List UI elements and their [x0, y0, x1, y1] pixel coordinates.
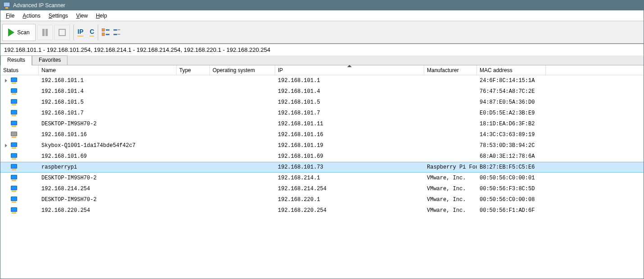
- status-cell: [0, 132, 39, 138]
- manufacturer-cell: VMware, Inc.: [424, 175, 477, 181]
- ip-icon: IP: [77, 28, 83, 37]
- column-ip[interactable]: IP: [275, 65, 424, 75]
- column-name[interactable]: Name: [39, 65, 177, 75]
- menu-settings[interactable]: Settings: [45, 12, 72, 20]
- table-row[interactable]: 192.168.101.5192.168.101.594:87:E0:5A:36…: [0, 97, 644, 108]
- table-row[interactable]: DESKTOP-IM9SH70-2192.168.101.1118:1D:EA:…: [0, 119, 644, 129]
- table-row[interactable]: 192.168.101.69192.168.101.6968:A0:3E:12:…: [0, 151, 644, 162]
- grid-header: Status Name Type Operating system IP Man…: [0, 65, 644, 75]
- column-manufacturer[interactable]: Manufacturer: [424, 65, 477, 75]
- expand-icon[interactable]: [3, 143, 9, 148]
- scan-label: Scan: [17, 29, 29, 36]
- ip-c-buttons[interactable]: IP C: [77, 28, 94, 37]
- mac-cell: 14:3C:C3:63:89:19: [477, 132, 546, 138]
- app-window: Advanced IP Scanner File Actions Setting…: [0, 0, 644, 279]
- ip-cell: 192.168.214.254: [275, 186, 424, 192]
- manufacturer-cell: Raspberry Pi Fou…: [424, 164, 477, 170]
- expand-icon: [3, 186, 9, 192]
- manufacturer-cell: VMware, Inc.: [424, 186, 477, 192]
- mac-cell: B8:27:EB:F5:C5:E6: [477, 164, 546, 170]
- scan-button[interactable]: Scan: [2, 24, 36, 41]
- name-cell: 192.168.101.1: [39, 78, 177, 84]
- svg-rect-6: [113, 29, 117, 31]
- status-cell: [0, 110, 39, 116]
- tree-expand-icon: [102, 28, 110, 37]
- stop-button[interactable]: [54, 25, 70, 40]
- name-cell: DESKTOP-IM9SH70-2: [39, 175, 177, 181]
- name-cell: 192.168.101.7: [39, 110, 177, 116]
- table-row[interactable]: 192.168.220.254192.168.220.254VMware, In…: [0, 205, 644, 216]
- table-row[interactable]: 192.168.101.7192.168.101.7E0:D5:5E:A2:3B…: [0, 108, 644, 119]
- expand-icon[interactable]: [3, 78, 9, 83]
- menubar: File Actions Settings View Help: [0, 10, 644, 21]
- status-icon: [10, 99, 18, 105]
- tabs: Results Favorites: [0, 55, 644, 65]
- mac-cell: 00:50:56:C0:00:01: [477, 175, 546, 181]
- table-row[interactable]: raspberrypi192.168.101.73Raspberry Pi Fo…: [0, 162, 644, 173]
- ip-range-bar: [0, 44, 644, 55]
- menu-actions[interactable]: Actions: [19, 12, 44, 20]
- name-cell: 192.168.214.254: [39, 186, 177, 192]
- name-cell: 192.168.101.4: [39, 88, 177, 95]
- mac-cell: 00:50:56:F3:8C:5D: [477, 186, 546, 192]
- tree-options[interactable]: [102, 28, 122, 37]
- table-row[interactable]: 192.168.214.254192.168.214.254VMware, In…: [0, 183, 644, 194]
- status-icon: [10, 175, 18, 181]
- table-row[interactable]: 192.168.101.16192.168.101.1614:3C:C3:63:…: [0, 129, 644, 140]
- column-mac[interactable]: MAC address: [477, 65, 546, 75]
- column-status[interactable]: Status: [0, 65, 39, 75]
- toolbar-separator: [73, 25, 74, 40]
- table-row[interactable]: Skybox-Q1001-1da174bde54f42c7192.168.101…: [0, 140, 644, 151]
- mac-cell: 68:A0:3E:12:78:6A: [477, 153, 546, 160]
- column-os[interactable]: Operating system: [210, 65, 275, 75]
- status-icon: [10, 153, 18, 160]
- name-cell: 192.168.101.16: [39, 132, 177, 138]
- status-cell: [0, 175, 39, 181]
- svg-rect-3: [106, 29, 109, 31]
- expand-icon: [3, 197, 9, 202]
- manufacturer-cell: VMware, Inc.: [424, 197, 477, 203]
- ip-cell: 192.168.220.1: [275, 197, 424, 203]
- status-cell: [0, 207, 39, 214]
- expand-icon: [3, 154, 9, 159]
- ip-cell: 192.168.101.7: [275, 110, 424, 116]
- table-row[interactable]: DESKTOP-IM9SH70-2192.168.220.1VMware, In…: [0, 194, 644, 205]
- mac-cell: 00:50:56:C0:00:08: [477, 197, 546, 203]
- mac-cell: 24:6F:8C:14:15:1A: [477, 78, 546, 84]
- status-icon: [10, 121, 18, 127]
- menu-help[interactable]: Help: [92, 12, 111, 20]
- tab-favorites-label: Favorites: [39, 57, 61, 63]
- svg-rect-5: [106, 34, 109, 35]
- ip-cell: 192.168.101.5: [275, 99, 424, 105]
- name-cell: 192.168.101.5: [39, 99, 177, 105]
- expand-icon: [3, 100, 9, 105]
- ip-cell: 192.168.101.1: [275, 78, 424, 84]
- status-cell: [0, 121, 39, 127]
- toolbar-separator: [98, 25, 98, 40]
- mac-cell: 76:47:54:A8:7C:2E: [477, 88, 546, 95]
- expand-icon: [3, 89, 9, 94]
- name-cell: raspberrypi: [39, 164, 177, 170]
- tab-results[interactable]: Results: [0, 55, 32, 65]
- expand-icon: [3, 175, 9, 181]
- table-row[interactable]: 192.168.101.1192.168.101.124:6F:8C:14:15…: [0, 75, 644, 86]
- c-icon: C: [90, 28, 94, 37]
- expand-icon: [3, 165, 9, 170]
- menu-file[interactable]: File: [2, 12, 18, 20]
- status-icon: [10, 186, 18, 192]
- status-cell: [0, 186, 39, 192]
- ip-range-input[interactable]: [3, 46, 641, 54]
- ip-cell: 192.168.101.4: [275, 88, 424, 95]
- menu-view[interactable]: View: [73, 12, 91, 20]
- svg-rect-2: [102, 28, 104, 31]
- ip-cell: 192.168.101.69: [275, 153, 424, 160]
- table-row[interactable]: DESKTOP-IM9SH70-2192.168.214.1VMware, In…: [0, 173, 644, 183]
- status-cell: [0, 142, 39, 149]
- tab-results-label: Results: [7, 57, 25, 63]
- tab-favorites[interactable]: Favorites: [32, 55, 68, 65]
- pause-button[interactable]: [37, 25, 53, 40]
- column-type[interactable]: Type: [177, 65, 210, 75]
- table-row[interactable]: 192.168.101.4192.168.101.476:47:54:A8:7C…: [0, 86, 644, 97]
- svg-rect-4: [102, 33, 104, 36]
- ip-cell: 192.168.101.73: [275, 164, 424, 170]
